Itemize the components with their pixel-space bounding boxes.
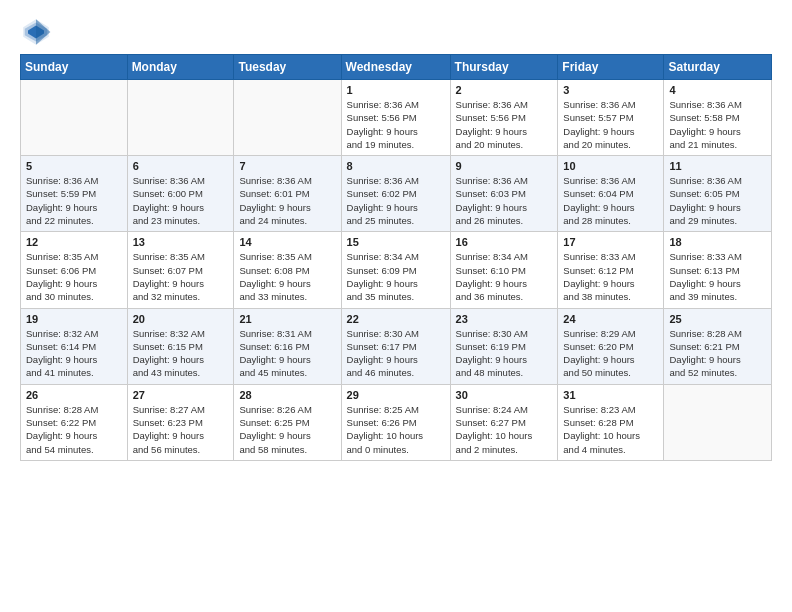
day-number: 24	[563, 313, 658, 325]
day-number: 23	[456, 313, 553, 325]
day-number: 17	[563, 236, 658, 248]
weekday-header-friday: Friday	[558, 55, 664, 80]
calendar-cell: 25Sunrise: 8:28 AM Sunset: 6:21 PM Dayli…	[664, 308, 772, 384]
calendar-cell	[21, 80, 128, 156]
logo	[20, 16, 56, 48]
day-number: 31	[563, 389, 658, 401]
day-info: Sunrise: 8:35 AM Sunset: 6:07 PM Dayligh…	[133, 250, 229, 303]
day-info: Sunrise: 8:36 AM Sunset: 6:02 PM Dayligh…	[347, 174, 445, 227]
calendar-cell: 16Sunrise: 8:34 AM Sunset: 6:10 PM Dayli…	[450, 232, 558, 308]
day-info: Sunrise: 8:34 AM Sunset: 6:10 PM Dayligh…	[456, 250, 553, 303]
calendar-week-row: 1Sunrise: 8:36 AM Sunset: 5:56 PM Daylig…	[21, 80, 772, 156]
day-number: 2	[456, 84, 553, 96]
day-info: Sunrise: 8:29 AM Sunset: 6:20 PM Dayligh…	[563, 327, 658, 380]
calendar-cell	[127, 80, 234, 156]
day-number: 13	[133, 236, 229, 248]
day-info: Sunrise: 8:36 AM Sunset: 5:56 PM Dayligh…	[347, 98, 445, 151]
day-number: 14	[239, 236, 335, 248]
day-info: Sunrise: 8:34 AM Sunset: 6:09 PM Dayligh…	[347, 250, 445, 303]
calendar-cell	[664, 384, 772, 460]
day-info: Sunrise: 8:27 AM Sunset: 6:23 PM Dayligh…	[133, 403, 229, 456]
day-number: 21	[239, 313, 335, 325]
header	[20, 16, 772, 48]
calendar-cell: 8Sunrise: 8:36 AM Sunset: 6:02 PM Daylig…	[341, 156, 450, 232]
calendar-cell: 20Sunrise: 8:32 AM Sunset: 6:15 PM Dayli…	[127, 308, 234, 384]
day-info: Sunrise: 8:33 AM Sunset: 6:12 PM Dayligh…	[563, 250, 658, 303]
calendar-cell: 30Sunrise: 8:24 AM Sunset: 6:27 PM Dayli…	[450, 384, 558, 460]
calendar-week-row: 19Sunrise: 8:32 AM Sunset: 6:14 PM Dayli…	[21, 308, 772, 384]
day-info: Sunrise: 8:32 AM Sunset: 6:15 PM Dayligh…	[133, 327, 229, 380]
day-info: Sunrise: 8:36 AM Sunset: 6:00 PM Dayligh…	[133, 174, 229, 227]
day-number: 1	[347, 84, 445, 96]
calendar-cell: 15Sunrise: 8:34 AM Sunset: 6:09 PM Dayli…	[341, 232, 450, 308]
calendar-cell: 3Sunrise: 8:36 AM Sunset: 5:57 PM Daylig…	[558, 80, 664, 156]
weekday-header-wednesday: Wednesday	[341, 55, 450, 80]
day-number: 7	[239, 160, 335, 172]
calendar-week-row: 26Sunrise: 8:28 AM Sunset: 6:22 PM Dayli…	[21, 384, 772, 460]
day-info: Sunrise: 8:26 AM Sunset: 6:25 PM Dayligh…	[239, 403, 335, 456]
weekday-header-thursday: Thursday	[450, 55, 558, 80]
day-number: 16	[456, 236, 553, 248]
calendar-cell: 17Sunrise: 8:33 AM Sunset: 6:12 PM Dayli…	[558, 232, 664, 308]
day-number: 8	[347, 160, 445, 172]
weekday-header-sunday: Sunday	[21, 55, 128, 80]
calendar-cell: 2Sunrise: 8:36 AM Sunset: 5:56 PM Daylig…	[450, 80, 558, 156]
calendar-cell: 10Sunrise: 8:36 AM Sunset: 6:04 PM Dayli…	[558, 156, 664, 232]
calendar-cell: 27Sunrise: 8:27 AM Sunset: 6:23 PM Dayli…	[127, 384, 234, 460]
day-number: 19	[26, 313, 122, 325]
day-number: 27	[133, 389, 229, 401]
day-number: 5	[26, 160, 122, 172]
calendar-week-row: 5Sunrise: 8:36 AM Sunset: 5:59 PM Daylig…	[21, 156, 772, 232]
calendar-cell: 23Sunrise: 8:30 AM Sunset: 6:19 PM Dayli…	[450, 308, 558, 384]
day-number: 22	[347, 313, 445, 325]
svg-marker-3	[36, 19, 50, 45]
day-number: 11	[669, 160, 766, 172]
calendar-cell: 9Sunrise: 8:36 AM Sunset: 6:03 PM Daylig…	[450, 156, 558, 232]
day-info: Sunrise: 8:35 AM Sunset: 6:08 PM Dayligh…	[239, 250, 335, 303]
calendar-cell: 24Sunrise: 8:29 AM Sunset: 6:20 PM Dayli…	[558, 308, 664, 384]
calendar-cell: 13Sunrise: 8:35 AM Sunset: 6:07 PM Dayli…	[127, 232, 234, 308]
calendar-table: SundayMondayTuesdayWednesdayThursdayFrid…	[20, 54, 772, 461]
logo-icon	[20, 16, 52, 48]
calendar-cell: 7Sunrise: 8:36 AM Sunset: 6:01 PM Daylig…	[234, 156, 341, 232]
day-number: 29	[347, 389, 445, 401]
weekday-header-row: SundayMondayTuesdayWednesdayThursdayFrid…	[21, 55, 772, 80]
day-info: Sunrise: 8:33 AM Sunset: 6:13 PM Dayligh…	[669, 250, 766, 303]
day-number: 26	[26, 389, 122, 401]
day-number: 20	[133, 313, 229, 325]
day-info: Sunrise: 8:28 AM Sunset: 6:21 PM Dayligh…	[669, 327, 766, 380]
day-number: 15	[347, 236, 445, 248]
day-info: Sunrise: 8:31 AM Sunset: 6:16 PM Dayligh…	[239, 327, 335, 380]
day-number: 18	[669, 236, 766, 248]
day-number: 6	[133, 160, 229, 172]
calendar-week-row: 12Sunrise: 8:35 AM Sunset: 6:06 PM Dayli…	[21, 232, 772, 308]
day-info: Sunrise: 8:36 AM Sunset: 5:58 PM Dayligh…	[669, 98, 766, 151]
calendar-cell: 22Sunrise: 8:30 AM Sunset: 6:17 PM Dayli…	[341, 308, 450, 384]
day-info: Sunrise: 8:30 AM Sunset: 6:17 PM Dayligh…	[347, 327, 445, 380]
day-info: Sunrise: 8:23 AM Sunset: 6:28 PM Dayligh…	[563, 403, 658, 456]
day-number: 30	[456, 389, 553, 401]
calendar-cell: 26Sunrise: 8:28 AM Sunset: 6:22 PM Dayli…	[21, 384, 128, 460]
day-info: Sunrise: 8:24 AM Sunset: 6:27 PM Dayligh…	[456, 403, 553, 456]
day-info: Sunrise: 8:30 AM Sunset: 6:19 PM Dayligh…	[456, 327, 553, 380]
calendar-cell	[234, 80, 341, 156]
calendar-cell: 28Sunrise: 8:26 AM Sunset: 6:25 PM Dayli…	[234, 384, 341, 460]
day-number: 4	[669, 84, 766, 96]
calendar-cell: 19Sunrise: 8:32 AM Sunset: 6:14 PM Dayli…	[21, 308, 128, 384]
day-info: Sunrise: 8:28 AM Sunset: 6:22 PM Dayligh…	[26, 403, 122, 456]
calendar-cell: 31Sunrise: 8:23 AM Sunset: 6:28 PM Dayli…	[558, 384, 664, 460]
calendar-cell: 14Sunrise: 8:35 AM Sunset: 6:08 PM Dayli…	[234, 232, 341, 308]
calendar-cell: 4Sunrise: 8:36 AM Sunset: 5:58 PM Daylig…	[664, 80, 772, 156]
calendar-cell: 12Sunrise: 8:35 AM Sunset: 6:06 PM Dayli…	[21, 232, 128, 308]
day-info: Sunrise: 8:36 AM Sunset: 5:57 PM Dayligh…	[563, 98, 658, 151]
calendar-cell: 18Sunrise: 8:33 AM Sunset: 6:13 PM Dayli…	[664, 232, 772, 308]
day-info: Sunrise: 8:25 AM Sunset: 6:26 PM Dayligh…	[347, 403, 445, 456]
day-number: 28	[239, 389, 335, 401]
day-info: Sunrise: 8:36 AM Sunset: 6:05 PM Dayligh…	[669, 174, 766, 227]
calendar-cell: 29Sunrise: 8:25 AM Sunset: 6:26 PM Dayli…	[341, 384, 450, 460]
weekday-header-monday: Monday	[127, 55, 234, 80]
calendar-cell: 1Sunrise: 8:36 AM Sunset: 5:56 PM Daylig…	[341, 80, 450, 156]
day-info: Sunrise: 8:36 AM Sunset: 5:59 PM Dayligh…	[26, 174, 122, 227]
day-number: 12	[26, 236, 122, 248]
page: SundayMondayTuesdayWednesdayThursdayFrid…	[0, 0, 792, 612]
